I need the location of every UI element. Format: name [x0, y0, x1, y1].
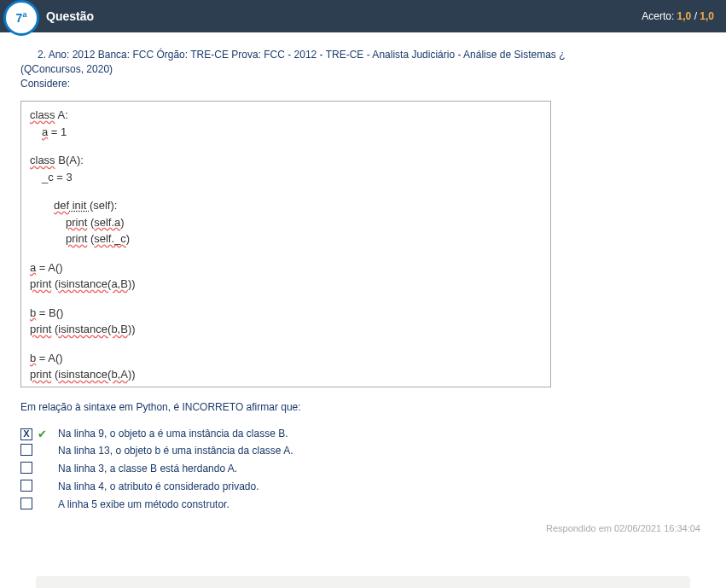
- question-body: 2. Ano: 2012 Banca: FCC Órgão: TRE-CE Pr…: [0, 32, 726, 588]
- options-list: X ✔ Na linha 9, o objeto a é uma instânc…: [20, 425, 293, 515]
- option-checkbox[interactable]: X: [20, 428, 32, 440]
- explanation-box: Explicação: O objeto a da classe A que p…: [36, 576, 690, 588]
- score-label: Acerto:: [642, 10, 674, 22]
- option-checkbox[interactable]: [20, 480, 32, 492]
- option-text: Na linha 3, a classe B está herdando A.: [58, 461, 293, 477]
- question-stem: Em relação à sintaxe em Python, é INCORR…: [20, 401, 706, 413]
- option-text: A linha 5 exibe um método construtor.: [58, 497, 293, 513]
- prompt-line: Considere:: [20, 78, 70, 90]
- question-ordinal: a: [22, 10, 26, 19]
- option-row: Na linha 4, o atributo é considerado pri…: [20, 479, 293, 495]
- score-sep: /: [691, 10, 700, 22]
- option-row: X ✔ Na linha 9, o objeto a é uma instânc…: [20, 427, 293, 441]
- option-row: A linha 5 exibe um método construtor.: [20, 497, 293, 513]
- option-text: Na linha 4, o atributo é considerado pri…: [58, 479, 293, 495]
- code-snippet: class A: a = 1 class B(A): _c = 3 def in…: [20, 101, 551, 387]
- option-row: Na linha 3, a classe B está herdando A.: [20, 461, 293, 477]
- option-checkbox[interactable]: [20, 498, 32, 509]
- prompt-line: (QConcursos, 2020): [20, 63, 113, 75]
- prompt-line: 2. Ano: 2012 Banca: FCC Órgão: TRE-CE Pr…: [20, 48, 706, 62]
- option-text: Na linha 13, o objeto b é uma instância …: [58, 443, 293, 459]
- header-score: Acerto: 1,0 / 1,0: [642, 10, 714, 22]
- check-icon: ✔: [38, 428, 47, 440]
- answered-timestamp: Respondido em 02/06/2021 16:34:04: [20, 523, 706, 533]
- question-number: 7: [16, 11, 23, 25]
- question-number-badge: 7a: [3, 0, 39, 36]
- option-text: Na linha 9, o objeto a é uma instância d…: [58, 427, 293, 441]
- header-title: Questão: [46, 9, 94, 23]
- question-prompt: 2. Ano: 2012 Banca: FCC Órgão: TRE-CE Pr…: [20, 48, 706, 90]
- score-earned: 1,0: [677, 10, 692, 22]
- question-header: 7a Questão Acerto: 1,0 / 1,0: [0, 0, 726, 32]
- option-checkbox[interactable]: [20, 462, 32, 474]
- score-total: 1,0: [700, 10, 714, 22]
- option-checkbox[interactable]: [20, 444, 32, 456]
- option-row: Na linha 13, o objeto b é uma instância …: [20, 443, 293, 459]
